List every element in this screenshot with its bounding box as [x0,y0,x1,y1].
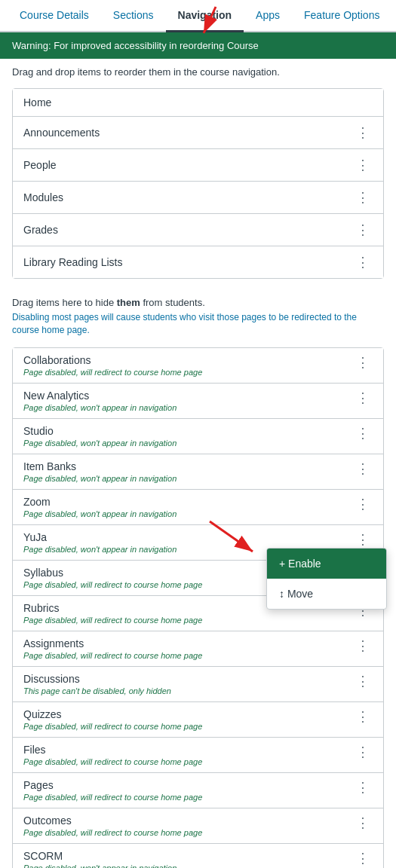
disabled-item-outcomes[interactable]: Outcomes Page disabled, will redirect to… [13,808,383,844]
disabled-nav-list: Collaborations Page disabled, will redir… [12,347,384,868]
disabled-item-new-analytics[interactable]: New Analytics Page disabled, won't appea… [13,384,383,419]
nav-item-home[interactable]: Home [13,89,383,117]
files-more-icon[interactable]: ⋮ [353,744,373,760]
item-banks-more-icon[interactable]: ⋮ [353,460,373,477]
drag-hide-title: Drag items here to hide them from studen… [12,297,384,308]
discussions-more-icon[interactable]: ⋮ [353,673,373,689]
zoom-more-icon[interactable]: ⋮ [353,496,373,512]
nav-item-announcements[interactable]: Announcements ⋮ [13,117,383,149]
disabled-item-discussions[interactable]: Discussions This page can't be disabled,… [13,667,383,702]
warning-banner: Warning: For improved accessibility in r… [0,32,396,59]
active-nav-list: Home Announcements ⋮ People ⋮ Modules ⋮ … [12,88,384,279]
tab-feature-options[interactable]: Feature Options [292,0,391,31]
drag-hide-section: Drag items here to hide them from studen… [0,285,396,341]
yuja-more-icon[interactable]: ⋮ [353,531,373,548]
nav-item-library[interactable]: Library Reading Lists ⋮ [13,246,383,278]
tab-navigation[interactable]: Navigation [166,0,244,32]
move-button[interactable]: ↕ Move [267,579,386,609]
yuja-popup-menu: + Enable ↕ Move [266,548,387,610]
assignments-more-icon[interactable]: ⋮ [353,637,373,654]
drag-hide-subtitle: Disabling most pages will cause students… [12,311,384,337]
people-more-icon[interactable]: ⋮ [353,157,373,173]
disabled-item-zoom[interactable]: Zoom Page disabled, won't appear in navi… [13,490,383,525]
disabled-item-item-banks[interactable]: Item Banks Page disabled, won't appear i… [13,454,383,490]
nav-item-people[interactable]: People ⋮ [13,149,383,182]
nav-item-modules[interactable]: Modules ⋮ [13,182,383,214]
disabled-item-collaborations[interactable]: Collaborations Page disabled, will redir… [13,348,383,384]
modules-more-icon[interactable]: ⋮ [353,189,373,206]
enable-button[interactable]: + Enable [267,549,386,579]
pages-more-icon[interactable]: ⋮ [353,779,373,796]
scorm-more-icon[interactable]: ⋮ [353,850,373,866]
tab-sections[interactable]: Sections [101,0,166,31]
instruction-text: Drag and drop items to reorder them in t… [0,59,396,82]
studio-more-icon[interactable]: ⋮ [353,425,373,442]
disabled-item-pages[interactable]: Pages Page disabled, will redirect to co… [13,773,383,808]
quizzes-more-icon[interactable]: ⋮ [353,708,373,725]
nav-item-grades[interactable]: Grades ⋮ [13,214,383,246]
svg-line-3 [210,521,253,552]
tab-course-details[interactable]: Course Details [8,0,101,31]
disabled-item-files[interactable]: Files Page disabled, will redirect to co… [13,738,383,773]
disabled-item-assignments[interactable]: Assignments Page disabled, will redirect… [13,631,383,667]
new-analytics-more-icon[interactable]: ⋮ [353,390,373,406]
library-more-icon[interactable]: ⋮ [353,254,373,270]
tab-bar: Course Details Sections Navigation Apps … [0,0,396,32]
announcements-more-icon[interactable]: ⋮ [353,124,373,141]
collaborations-more-icon[interactable]: ⋮ [353,354,373,371]
tab-apps[interactable]: Apps [244,0,292,31]
disabled-item-quizzes[interactable]: Quizzes Page disabled, will redirect to … [13,702,383,738]
grades-more-icon[interactable]: ⋮ [353,222,373,238]
disabled-item-scorm[interactable]: SCORM Page disabled, won't appear in nav… [13,844,383,868]
outcomes-more-icon[interactable]: ⋮ [353,815,373,831]
disabled-item-yuja[interactable]: YuJa Page disabled, won't appear in navi… [13,525,383,561]
disabled-item-studio[interactable]: Studio Page disabled, won't appear in na… [13,419,383,454]
